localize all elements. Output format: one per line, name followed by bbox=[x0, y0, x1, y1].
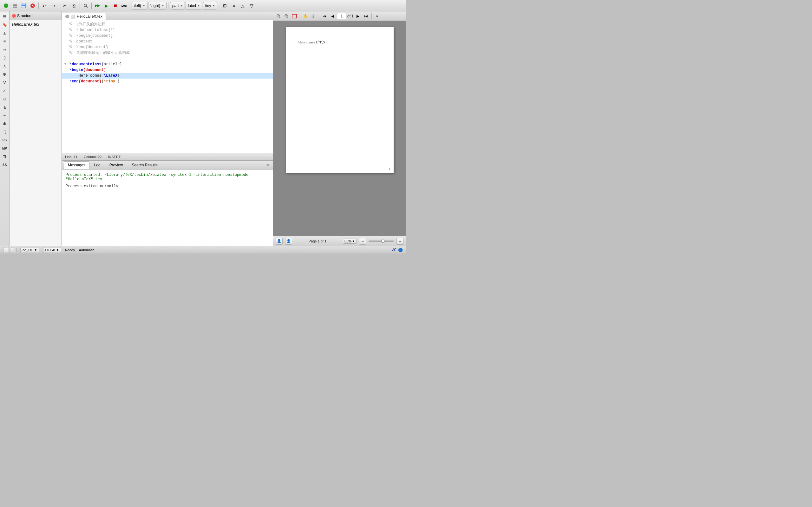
save-button[interactable] bbox=[20, 2, 28, 10]
pdf-select-tool[interactable] bbox=[310, 13, 317, 20]
collapse-button[interactable]: ▽ bbox=[247, 2, 256, 10]
sep5 bbox=[130, 3, 130, 9]
zoom-dropdown[interactable]: 83% ▼ bbox=[343, 239, 357, 244]
zoom-thumb[interactable] bbox=[381, 239, 385, 243]
svg-line-18 bbox=[287, 17, 289, 18]
zoom-slider[interactable] bbox=[368, 240, 394, 242]
messages-tab[interactable]: Messages bbox=[64, 161, 90, 169]
build-run-button[interactable]: ▶▶ bbox=[93, 2, 101, 10]
pdf-zoom-out[interactable] bbox=[275, 13, 282, 20]
pdf-bottom-bar: 👤 👤 Page 1 of 1 83% ▼ − + bbox=[273, 236, 406, 246]
svg-point-10 bbox=[84, 4, 87, 7]
accent-icon[interactable]: á bbox=[1, 103, 9, 111]
tab-title: HelloLaTeX.tex bbox=[77, 14, 102, 19]
pdf-prev-page[interactable]: ◀ bbox=[329, 13, 336, 20]
special-icon[interactable]: ∞ bbox=[1, 112, 9, 119]
code-line-5: % \end{document} bbox=[62, 44, 273, 50]
app-logo: 𝒯 bbox=[392, 247, 395, 252]
open-button[interactable] bbox=[11, 2, 19, 10]
pdf-page-input[interactable] bbox=[337, 13, 346, 19]
left-paren-label: \left( bbox=[134, 3, 141, 8]
status-ready: Ready bbox=[65, 248, 75, 252]
right-paren-dropdown[interactable]: \right) ▼ bbox=[148, 2, 166, 9]
code-line-1: % 以%开头的为注释 bbox=[62, 21, 273, 27]
undo-button[interactable]: ↩ bbox=[40, 2, 49, 10]
new-button[interactable]: + bbox=[2, 2, 10, 10]
checkmark-icon[interactable]: ✓ bbox=[1, 87, 9, 95]
braces-icon[interactable]: {} bbox=[1, 54, 9, 61]
process-message-1: Process started: /Library/TeX/texbin/xel… bbox=[66, 173, 269, 181]
log-button[interactable]: Log bbox=[120, 2, 128, 10]
forall-icon[interactable]: ∀ bbox=[1, 78, 9, 86]
lambda-icon[interactable]: λ bbox=[1, 62, 9, 70]
zoom-out-icon[interactable]: − bbox=[359, 238, 366, 245]
status-icon-2[interactable]: ⬜ bbox=[11, 247, 16, 253]
bracket-icon[interactable]: ⌈( bbox=[1, 128, 9, 135]
code-line-4: % content bbox=[62, 39, 273, 44]
pdf-zoom-in[interactable] bbox=[283, 13, 290, 20]
encoding-label: UTF-8 bbox=[45, 248, 55, 252]
code-editor[interactable]: % 以%开头的为注释 % \documentclass{*} % \begin{… bbox=[62, 20, 273, 153]
lines-icon[interactable]: ≡ bbox=[1, 38, 9, 45]
svg-text:×: × bbox=[32, 3, 34, 8]
status-icon-1[interactable]: ☰ bbox=[3, 247, 9, 253]
structure-content: HelloLaTeX.tex bbox=[9, 20, 61, 246]
tiny-arrow: ▼ bbox=[212, 4, 215, 7]
search-results-tab[interactable]: Search Results bbox=[128, 161, 161, 169]
left-paren-dropdown[interactable]: \left( ▼ bbox=[132, 2, 148, 9]
pdf-last-page[interactable]: ⏭ bbox=[362, 13, 369, 20]
stop-button[interactable]: ⏹ bbox=[111, 2, 119, 10]
encoding-dropdown[interactable]: UTF-8 ▼ bbox=[43, 247, 61, 253]
code-line-8: ▼ \documentclass{article} bbox=[62, 61, 273, 67]
tab-close-button[interactable]: × bbox=[65, 14, 69, 18]
star-icon[interactable]: ✱ bbox=[1, 120, 9, 127]
mp-icon[interactable]: MP bbox=[1, 145, 9, 152]
log-tab[interactable]: Log bbox=[90, 161, 105, 169]
pdf-fit-button[interactable] bbox=[291, 13, 298, 20]
close-button[interactable]: × bbox=[29, 2, 37, 10]
cyrillic-icon[interactable]: Ж bbox=[1, 70, 9, 78]
cut-button[interactable]: ✂ bbox=[61, 2, 69, 10]
locale-arrow: ▼ bbox=[34, 248, 37, 251]
structure-close-button[interactable]: × bbox=[12, 14, 16, 18]
run-button[interactable]: ▶ bbox=[102, 2, 110, 10]
plusminus-icon[interactable]: ± bbox=[1, 29, 9, 37]
ti-icon[interactable]: TI bbox=[1, 153, 9, 160]
smiley-icon[interactable]: ☺ bbox=[1, 95, 9, 103]
fold-arrow-8[interactable]: ▼ bbox=[64, 61, 66, 67]
find-button[interactable] bbox=[82, 2, 90, 10]
pdf-first-page[interactable]: ⏮ bbox=[321, 13, 328, 20]
svg-text:+: + bbox=[5, 4, 7, 8]
structure-icon[interactable]: ☰ bbox=[1, 13, 9, 20]
paste-button[interactable]: ⎘ bbox=[70, 2, 78, 10]
tiny-dropdown[interactable]: tiny ▼ bbox=[203, 2, 217, 9]
redo-button[interactable]: ↪ bbox=[49, 2, 57, 10]
grid-icon[interactable]: ⊞ bbox=[221, 2, 229, 10]
bookmarks-icon[interactable]: 🔖 bbox=[1, 21, 9, 29]
preview-tab[interactable]: Preview bbox=[105, 161, 127, 169]
pdf-person-icon-2[interactable]: 👤 bbox=[285, 238, 292, 245]
tiny-label: tiny bbox=[205, 3, 211, 8]
arrow-icon[interactable]: ⇒ bbox=[1, 46, 9, 53]
expand-button[interactable]: △ bbox=[239, 2, 247, 10]
structure-file-item[interactable]: HelloLaTeX.tex bbox=[12, 22, 59, 26]
label-dropdown[interactable]: label ▼ bbox=[186, 2, 202, 9]
sep-pdf bbox=[300, 13, 300, 19]
editor-tab-hello[interactable]: × ⬜ HelloLaTeX.tex bbox=[62, 13, 106, 20]
ps-icon[interactable]: PS bbox=[1, 136, 9, 144]
more-button[interactable]: » bbox=[230, 2, 238, 10]
status-auto: Automatic bbox=[79, 248, 94, 252]
as-icon[interactable]: AS bbox=[1, 161, 9, 169]
zoom-in-icon[interactable]: + bbox=[397, 238, 403, 245]
pdf-page-total: 1 bbox=[351, 14, 354, 18]
pdf-next-page[interactable]: ▶ bbox=[355, 13, 362, 20]
code-line-10: Here comes \LaTeX! bbox=[62, 73, 273, 78]
locale-dropdown[interactable]: de_DE ▼ bbox=[20, 247, 39, 253]
pdf-person-icon-1[interactable]: 👤 bbox=[275, 238, 283, 245]
bottom-panel-close[interactable]: ✕ bbox=[264, 162, 271, 168]
part-dropdown[interactable]: part ▼ bbox=[170, 2, 185, 9]
app-version-icon: 🔵 bbox=[398, 248, 403, 252]
pdf-more-button[interactable]: » bbox=[374, 13, 380, 20]
pdf-hand-tool[interactable]: ✋ bbox=[302, 13, 309, 20]
right-paren-label: \right) bbox=[150, 3, 160, 8]
